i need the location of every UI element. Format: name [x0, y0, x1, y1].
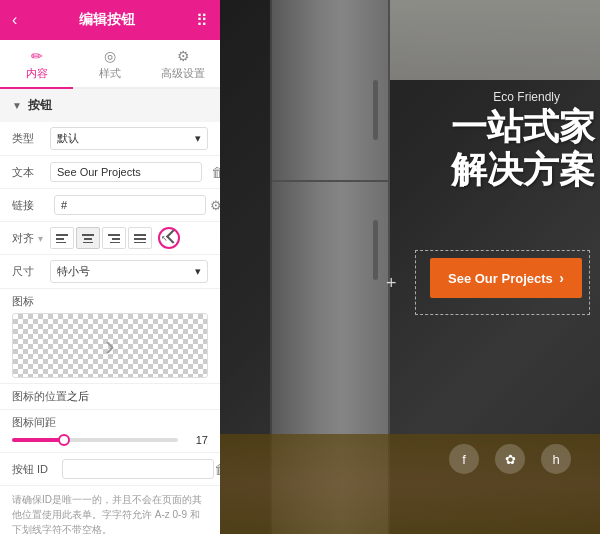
- svg-rect-1: [56, 238, 64, 240]
- svg-rect-6: [108, 234, 120, 236]
- slider-thumb[interactable]: [58, 434, 70, 446]
- houzz-icon[interactable]: h: [541, 444, 571, 474]
- align-center-button[interactable]: [76, 227, 100, 249]
- btn-id-label: 按钮 ID: [12, 462, 62, 477]
- eco-label: Eco Friendly: [493, 90, 560, 104]
- description-text: 请确保ID是唯一一的，并且不会在页面的其他位置使用此表单。字字符允许 A-z 0…: [0, 486, 220, 534]
- icon-label: 图标: [12, 294, 208, 309]
- icon-position-row: 图标的位置 之后: [0, 384, 220, 410]
- svg-rect-7: [112, 238, 120, 240]
- add-element-icon[interactable]: +: [386, 272, 397, 293]
- icon-pos-label: 图标的位置: [12, 389, 67, 404]
- top-bar: ‹ 编辑按钮 ⠿: [0, 0, 220, 40]
- content-tab-icon: ✏: [31, 48, 43, 64]
- text-label: 文本: [12, 165, 50, 180]
- icon-preview-box[interactable]: ›: [12, 313, 208, 378]
- back-button[interactable]: ‹: [12, 11, 17, 29]
- svg-rect-8: [110, 242, 120, 243]
- align-label-text: 对齐: [12, 231, 34, 246]
- size-label: 尺寸: [12, 264, 50, 279]
- link-input[interactable]: [54, 195, 206, 215]
- align-right-icon: [108, 233, 120, 243]
- link-label: 链接: [12, 198, 50, 213]
- facebook-icon[interactable]: f: [449, 444, 479, 474]
- align-buttons: [50, 227, 152, 249]
- icon-gap-label: 图标间距: [12, 415, 208, 430]
- size-select[interactable]: 特小号 ▾: [50, 260, 208, 283]
- tabs-bar: ✏ 内容 ◎ 样式 ⚙ 高级设置: [0, 40, 220, 89]
- panel-body: ▼ 按钮 类型 默认 ▾ 文本 🗑 链接 ⚙ 🗑: [0, 89, 220, 534]
- style-tab-icon: ◎: [104, 48, 116, 64]
- align-info-icon: ▾: [38, 233, 43, 244]
- cta-button[interactable]: See Our Projects ›: [430, 258, 582, 298]
- align-left-button[interactable]: [50, 227, 74, 249]
- svg-rect-0: [56, 234, 68, 236]
- grid-icon[interactable]: ⠿: [196, 11, 208, 30]
- tab-advanced[interactable]: ⚙ 高级设置: [147, 40, 220, 87]
- svg-rect-2: [56, 242, 66, 243]
- button-id-row: 按钮 ID 🗑: [0, 453, 220, 486]
- icon-gap-row: 图标间距 17: [0, 410, 220, 453]
- panel-title: 编辑按钮: [79, 11, 135, 29]
- delete-text-icon[interactable]: 🗑: [206, 161, 220, 183]
- btn-id-input[interactable]: [62, 459, 214, 479]
- align-justify-button[interactable]: [128, 227, 152, 249]
- type-row: 类型 默认 ▾: [0, 122, 220, 156]
- align-center-icon: [82, 233, 94, 243]
- advanced-tab-icon: ⚙: [177, 48, 190, 64]
- tab-content[interactable]: ✏ 内容: [0, 40, 73, 89]
- size-row: 尺寸 特小号 ▾: [0, 255, 220, 289]
- title-line2: 解决方案: [451, 148, 595, 191]
- svg-rect-3: [82, 234, 94, 236]
- align-row: 对齐 ▾ ↖: [0, 222, 220, 255]
- text-row: 文本 🗑: [0, 156, 220, 189]
- icon-gap-value: 17: [186, 434, 208, 446]
- cta-button-text: See Our Projects: [448, 271, 553, 286]
- svg-rect-10: [134, 238, 146, 240]
- link-row: 链接 ⚙ 🗑: [0, 189, 220, 222]
- type-label: 类型: [12, 131, 50, 146]
- icon-preview-row: 图标 ›: [0, 289, 220, 384]
- title-line1: 一站式家: [451, 105, 595, 148]
- icon-gap-slider[interactable]: [12, 438, 178, 442]
- section-label: 按钮: [28, 97, 52, 114]
- svg-rect-5: [83, 242, 93, 243]
- type-select[interactable]: 默认 ▾: [50, 127, 208, 150]
- svg-rect-11: [134, 242, 146, 243]
- type-control: 默认 ▾: [50, 127, 208, 150]
- social-bar: f ✿ h: [420, 444, 600, 474]
- main-title: 一站式家 解决方案: [451, 105, 595, 191]
- cta-arrow-icon: ›: [559, 270, 564, 286]
- slider-container: 17: [12, 434, 208, 446]
- svg-rect-4: [84, 238, 92, 240]
- link-settings-icon[interactable]: ⚙: [210, 194, 220, 216]
- text-control: 🗑: [50, 161, 220, 183]
- cursor-indicator: ↖: [158, 227, 180, 249]
- tab-style[interactable]: ◎ 样式: [73, 40, 146, 87]
- preview-panel: Eco Friendly 一站式家 解决方案 + See Our Project…: [220, 0, 600, 534]
- svg-rect-9: [134, 234, 146, 236]
- section-header: ▼ 按钮: [0, 89, 220, 122]
- align-justify-icon: [134, 233, 146, 243]
- text-input[interactable]: [50, 162, 202, 182]
- icon-chevron-preview: ›: [105, 330, 114, 362]
- collapse-icon[interactable]: ▼: [12, 100, 22, 111]
- flower-icon[interactable]: ✿: [495, 444, 525, 474]
- chevron-down-icon: ▾: [195, 132, 201, 145]
- size-chevron-icon: ▾: [195, 265, 201, 278]
- align-left-icon: [56, 233, 68, 243]
- align-right-button[interactable]: [102, 227, 126, 249]
- icon-pos-value: 之后: [67, 389, 89, 404]
- left-panel: ‹ 编辑按钮 ⠿ ✏ 内容 ◎ 样式 ⚙ 高级设置 ▼ 按钮 类型 默认: [0, 0, 220, 534]
